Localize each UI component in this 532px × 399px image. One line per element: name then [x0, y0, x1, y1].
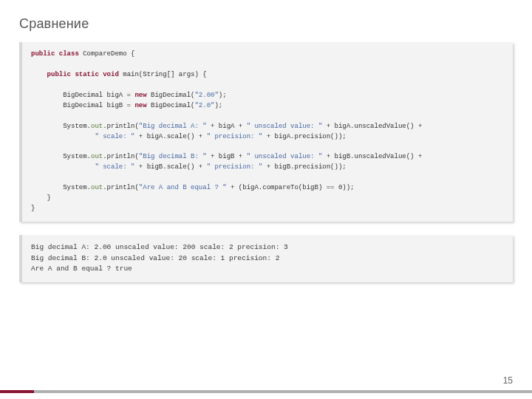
page-number: 15 — [503, 375, 513, 386]
slide: Сравнение public class CompareDemo { pub… — [0, 0, 532, 399]
code-block: public class CompareDemo { public static… — [19, 42, 513, 222]
output-block: Big decimal A: 2.00 unscaled value: 200 … — [19, 235, 513, 282]
slide-title: Сравнение — [19, 16, 513, 32]
footer-accent-bar — [0, 390, 532, 393]
